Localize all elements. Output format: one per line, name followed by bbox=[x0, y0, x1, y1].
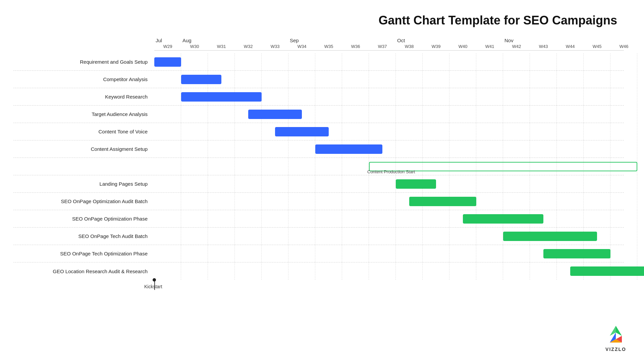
week-col bbox=[342, 123, 369, 140]
gantt-bar bbox=[409, 197, 476, 206]
week-label-w37: W37 bbox=[369, 44, 396, 49]
week-col bbox=[342, 175, 369, 192]
row-label: Competitor Analysis bbox=[13, 76, 154, 82]
week-col bbox=[503, 88, 530, 105]
row-label: SEO OnPage Optimization Audit Batch bbox=[13, 198, 154, 204]
week-col bbox=[235, 210, 262, 227]
row-track bbox=[154, 245, 637, 262]
week-col bbox=[315, 158, 342, 175]
week-col bbox=[235, 53, 262, 70]
week-col bbox=[396, 210, 423, 227]
week-col bbox=[288, 175, 315, 192]
week-label-w35: W35 bbox=[315, 44, 342, 49]
week-col bbox=[288, 210, 315, 227]
week-col bbox=[610, 228, 637, 245]
week-col bbox=[423, 88, 449, 105]
week-col bbox=[342, 262, 369, 280]
week-col bbox=[181, 262, 208, 280]
week-col bbox=[476, 228, 503, 245]
week-col bbox=[396, 106, 423, 123]
week-col bbox=[557, 193, 584, 210]
week-col bbox=[262, 140, 288, 158]
gantt-bar bbox=[570, 266, 644, 276]
row-label: SEO OnPage Tech Optimization Phase bbox=[13, 251, 154, 256]
row-track bbox=[154, 262, 637, 280]
week-col bbox=[235, 123, 262, 140]
week-col bbox=[476, 193, 503, 210]
week-col bbox=[235, 71, 262, 88]
week-col bbox=[315, 175, 342, 192]
gantt-bar bbox=[543, 249, 610, 258]
week-col bbox=[154, 140, 181, 158]
week-col bbox=[154, 123, 181, 140]
week-label-w31: W31 bbox=[208, 44, 235, 49]
week-col bbox=[315, 71, 342, 88]
week-col bbox=[154, 210, 181, 227]
week-col bbox=[315, 210, 342, 227]
week-col bbox=[610, 88, 637, 105]
week-col bbox=[449, 88, 476, 105]
week-col bbox=[423, 245, 449, 262]
week-col bbox=[423, 228, 449, 245]
week-col bbox=[476, 53, 503, 70]
week-col bbox=[476, 88, 503, 105]
week-col bbox=[396, 228, 423, 245]
week-col bbox=[423, 210, 449, 227]
row-label: Content Assigment Setup bbox=[13, 146, 154, 152]
week-col bbox=[530, 193, 557, 210]
gantt-row: Requirement and Goals Setup bbox=[13, 53, 624, 71]
row-label: Landing Pages Setup bbox=[13, 181, 154, 187]
week-label-w32: W32 bbox=[235, 44, 262, 49]
week-col bbox=[315, 88, 342, 105]
week-col bbox=[423, 106, 449, 123]
week-col bbox=[315, 262, 342, 280]
week-label-w46: W46 bbox=[610, 44, 637, 49]
week-col bbox=[342, 71, 369, 88]
month-label-nov: Nov bbox=[503, 38, 637, 43]
week-col bbox=[610, 106, 637, 123]
week-col bbox=[208, 53, 235, 70]
week-col bbox=[262, 158, 288, 175]
week-col bbox=[154, 262, 181, 280]
week-col bbox=[584, 53, 610, 70]
week-label-w44: W44 bbox=[557, 44, 584, 49]
page-container: Gantt Chart Template for SEO Campaigns J… bbox=[0, 0, 644, 362]
week-col bbox=[530, 140, 557, 158]
week-col bbox=[288, 262, 315, 280]
week-col bbox=[208, 175, 235, 192]
week-col bbox=[181, 175, 208, 192]
week-col bbox=[449, 106, 476, 123]
week-col bbox=[235, 228, 262, 245]
week-col bbox=[262, 175, 288, 192]
gantt-row: Competitor Analysis bbox=[13, 71, 624, 88]
week-col bbox=[423, 123, 449, 140]
vizzlo-logo: VIZZLO bbox=[604, 325, 627, 352]
week-col bbox=[530, 71, 557, 88]
week-col bbox=[262, 228, 288, 245]
content-production-label: Content Production Start bbox=[367, 169, 415, 174]
row-track bbox=[154, 106, 637, 123]
week-col bbox=[584, 140, 610, 158]
week-label-w41: W41 bbox=[476, 44, 503, 49]
week-col bbox=[369, 71, 396, 88]
week-col bbox=[584, 193, 610, 210]
week-col bbox=[557, 106, 584, 123]
row-track bbox=[154, 71, 637, 88]
week-col bbox=[288, 88, 315, 105]
week-col bbox=[610, 175, 637, 192]
week-col bbox=[503, 262, 530, 280]
week-col bbox=[396, 140, 423, 158]
week-col bbox=[610, 210, 637, 227]
week-col bbox=[449, 262, 476, 280]
row-track bbox=[154, 53, 637, 70]
week-col bbox=[288, 140, 315, 158]
week-col bbox=[557, 140, 584, 158]
row-label: Target Audience Analysis bbox=[13, 111, 154, 117]
week-col bbox=[181, 210, 208, 227]
week-col bbox=[476, 245, 503, 262]
week-col bbox=[610, 123, 637, 140]
week-col bbox=[503, 193, 530, 210]
row-track bbox=[154, 210, 637, 227]
gantt-row: SEO OnPage Tech Optimization Phase bbox=[13, 245, 624, 262]
gantt-row: Content Assigment Setup bbox=[13, 140, 624, 158]
